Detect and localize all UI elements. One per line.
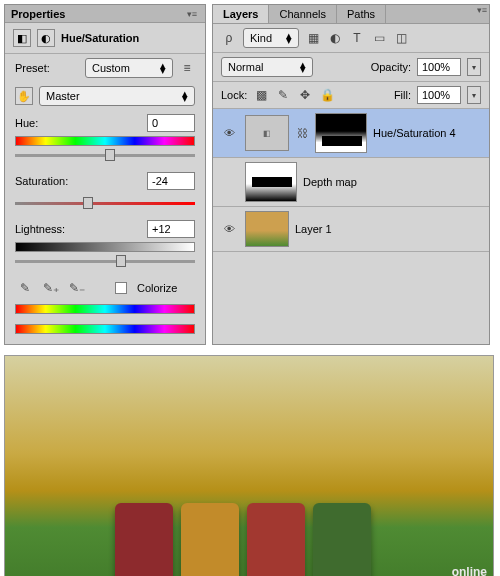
filter-pixel-icon[interactable]: ▦ xyxy=(305,30,321,46)
rainbow-bottom xyxy=(15,324,195,334)
watermark-label: online xyxy=(452,565,487,576)
adjustment-name: Hue/Saturation xyxy=(61,32,139,44)
lightness-slider[interactable] xyxy=(15,254,195,268)
colorize-label: Colorize xyxy=(137,282,177,294)
hue-label: Hue: xyxy=(15,117,79,129)
layer-list: 👁 ◧ ⛓ Hue/Saturation 4 Depth map 👁 Layer… xyxy=(213,109,489,252)
layer-name[interactable]: Depth map xyxy=(303,176,357,188)
filter-shape-icon[interactable]: ▭ xyxy=(371,30,387,46)
properties-panel: Properties ▾≡ ◧ ◐ Hue/Saturation Preset:… xyxy=(4,4,206,345)
visibility-icon[interactable]: 👁 xyxy=(219,223,239,235)
hue-slider[interactable] xyxy=(15,148,195,162)
image-thumb xyxy=(245,211,289,247)
hue-input[interactable]: 0 xyxy=(147,114,195,132)
layers-flyout-icon[interactable]: ▾≡ xyxy=(475,5,489,15)
layer-name[interactable]: Layer 1 xyxy=(295,223,332,235)
layer-row[interactable]: 👁 Layer 1 xyxy=(213,207,489,252)
lock-move-icon[interactable]: ✥ xyxy=(297,87,313,103)
adjustment-header: ◧ ◐ Hue/Saturation xyxy=(5,23,205,54)
layer-row[interactable]: Depth map xyxy=(213,158,489,207)
opacity-dropdown-icon[interactable]: ▾ xyxy=(467,58,481,76)
lightness-input[interactable]: +12 xyxy=(147,220,195,238)
preset-label: Preset: xyxy=(15,62,79,74)
filter-icon[interactable]: ρ xyxy=(221,30,237,46)
lightness-gradient xyxy=(15,242,195,252)
kind-select[interactable]: Kind ▴▾ xyxy=(243,28,299,48)
opacity-input[interactable]: 100% xyxy=(417,58,461,76)
colorize-checkbox[interactable] xyxy=(115,282,127,294)
eyedropper-minus-icon[interactable]: ✎₋ xyxy=(69,280,85,296)
fill-label: Fill: xyxy=(394,89,411,101)
eyedropper-icon[interactable]: ✎ xyxy=(17,280,33,296)
preset-menu-icon[interactable]: ≡ xyxy=(179,60,195,76)
channel-select[interactable]: Master ▴▾ xyxy=(39,86,195,106)
eyedropper-plus-icon[interactable]: ✎₊ xyxy=(43,280,59,296)
visibility-icon[interactable]: 👁 xyxy=(219,127,239,139)
kind-value: Kind xyxy=(250,32,272,44)
lock-label: Lock: xyxy=(221,89,247,101)
hand-tool-icon[interactable]: ✋ xyxy=(15,87,33,105)
tab-layers[interactable]: Layers xyxy=(213,5,269,23)
lock-all-icon[interactable]: 🔒 xyxy=(319,87,335,103)
preset-select[interactable]: Custom ▴▾ xyxy=(85,58,173,78)
adjustment-thumb: ◧ xyxy=(245,115,289,151)
mask-icon[interactable]: ◐ xyxy=(37,29,55,47)
fill-dropdown-icon[interactable]: ▾ xyxy=(467,86,481,104)
tab-paths[interactable]: Paths xyxy=(337,5,386,23)
rendered-letters xyxy=(115,503,371,576)
preset-value: Custom xyxy=(92,62,130,74)
adjustment-icon: ◧ xyxy=(13,29,31,47)
hue-gradient xyxy=(15,136,195,146)
fill-input[interactable]: 100% xyxy=(417,86,461,104)
canvas-preview: online shancun.net xyxy=(4,355,494,576)
filter-adjust-icon[interactable]: ◐ xyxy=(327,30,343,46)
filter-type-icon[interactable]: T xyxy=(349,30,365,46)
link-icon[interactable]: ⛓ xyxy=(295,127,309,139)
blend-value: Normal xyxy=(228,61,263,73)
layer-row[interactable]: 👁 ◧ ⛓ Hue/Saturation 4 xyxy=(213,109,489,158)
tab-channels[interactable]: Channels xyxy=(269,5,336,23)
properties-tab[interactable]: Properties xyxy=(11,8,65,20)
opacity-label: Opacity: xyxy=(371,61,411,73)
lock-brush-icon[interactable]: ✎ xyxy=(275,87,291,103)
channel-value: Master xyxy=(46,90,80,102)
saturation-input[interactable]: -24 xyxy=(147,172,195,190)
flyout-menu-icon[interactable]: ▾≡ xyxy=(185,9,199,19)
layer-mask-thumb[interactable] xyxy=(315,113,367,153)
lightness-label: Lightness: xyxy=(15,223,89,235)
saturation-label: Saturation: xyxy=(15,175,89,187)
filter-smart-icon[interactable]: ◫ xyxy=(393,30,409,46)
layers-tabs: Layers Channels Paths ▾≡ xyxy=(213,5,489,24)
layer-mask-thumb[interactable] xyxy=(245,162,297,202)
lock-transparency-icon[interactable]: ▩ xyxy=(253,87,269,103)
saturation-slider[interactable] xyxy=(15,196,195,210)
layer-name[interactable]: Hue/Saturation 4 xyxy=(373,127,456,139)
blend-select[interactable]: Normal ▴▾ xyxy=(221,57,313,77)
layers-panel: Layers Channels Paths ▾≡ ρ Kind ▴▾ ▦ ◐ T… xyxy=(212,4,490,345)
properties-titlebar: Properties ▾≡ xyxy=(5,5,205,23)
rainbow-top xyxy=(15,304,195,314)
